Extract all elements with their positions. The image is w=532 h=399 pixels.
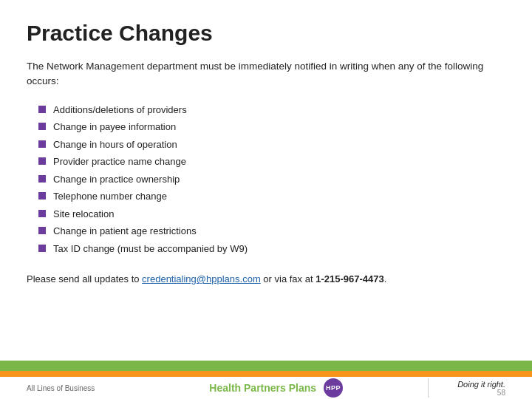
footer-orange-bar — [0, 371, 532, 377]
hpp-badge: HPP — [324, 378, 343, 398]
bullet-icon — [38, 227, 46, 234]
footer-divider — [428, 378, 429, 398]
send-line-before: Please send all updates to — [27, 273, 142, 284]
bullet-icon — [38, 245, 46, 252]
hp-logo-text-2: Plans — [289, 382, 316, 394]
bullet-text: Additions/deletions of providers — [53, 103, 187, 117]
bullet-item: Site relocation — [38, 207, 505, 222]
bullet-icon — [38, 157, 46, 165]
footer-center: Health Partners Plans HPP — [209, 378, 343, 398]
bullet-text: Site relocation — [53, 207, 114, 222]
page-title: Practice Changes — [27, 21, 505, 46]
footer-right: Doing it right. 58 — [457, 380, 505, 397]
send-fax: 1-215-967-4473 — [316, 273, 384, 284]
bullet-text: Telephone number change — [53, 189, 167, 204]
bullet-icon — [38, 175, 46, 183]
send-line-after: . — [384, 273, 387, 284]
bullet-item: Telephone number change — [38, 189, 505, 204]
bullet-item: Change in practice ownership — [38, 172, 505, 187]
bullet-item: Change in patient age restrictions — [38, 224, 505, 239]
footer-tagline: Doing it right. — [457, 380, 505, 389]
hp-logo-text-1: Health Partners — [209, 382, 285, 394]
bullet-item: Change in hours of operation — [38, 137, 505, 152]
page-container: Practice Changes The Network Management … — [0, 0, 532, 399]
bullet-item: Provider practice name change — [38, 154, 505, 169]
bullet-text: Change in practice ownership — [53, 172, 180, 187]
send-line: Please send all updates to credentialing… — [27, 273, 505, 284]
hp-logo-text: Health Partners Plans — [209, 382, 316, 394]
bullet-list: Additions/deletions of providersChange i… — [38, 103, 505, 259]
bullet-text: Tax ID change (must be accompanied by W9… — [53, 242, 248, 256]
bullet-item: Additions/deletions of providers — [38, 103, 505, 117]
bullet-icon — [38, 140, 46, 148]
bullet-text: Change in payee information — [53, 120, 176, 134]
send-line-middle: or via fax at — [261, 273, 316, 284]
footer-bottom: All Lines of Business Health Partners Pl… — [0, 377, 532, 399]
footer-green-bar — [0, 361, 532, 371]
intro-text: The Network Management department must b… — [27, 59, 505, 89]
bullet-icon — [38, 123, 46, 130]
bullet-icon — [38, 210, 46, 217]
bullet-item: Change in payee information — [38, 120, 505, 134]
bullet-text: Change in patient age restrictions — [53, 224, 197, 239]
hpp-badge-text: HPP — [326, 384, 341, 392]
bullet-text: Provider practice name change — [53, 154, 186, 169]
footer-left-text: All Lines of Business — [27, 384, 95, 392]
bullet-item: Tax ID change (must be accompanied by W9… — [38, 242, 505, 256]
footer-page-number: 58 — [497, 389, 505, 397]
bullet-icon — [38, 192, 46, 200]
bullet-text: Change in hours of operation — [53, 137, 177, 152]
bullet-icon — [38, 106, 46, 113]
send-email-link[interactable]: credentialing@hpplans.com — [142, 273, 261, 284]
